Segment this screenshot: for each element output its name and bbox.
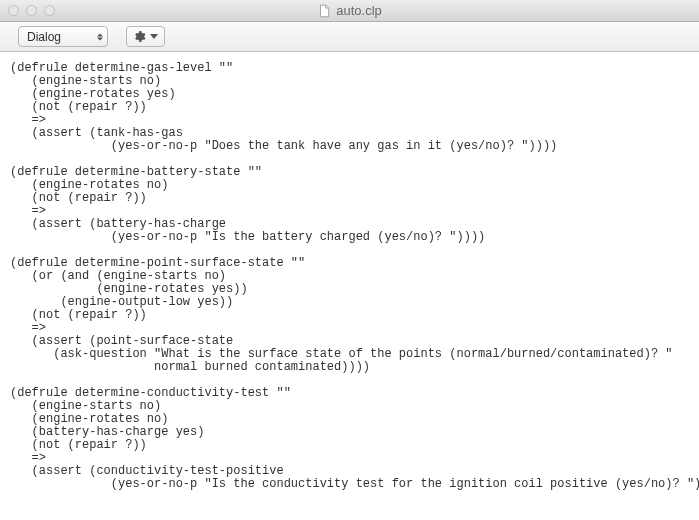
gear-icon: [133, 30, 146, 43]
language-select[interactable]: Dialog: [18, 26, 108, 47]
zoom-button[interactable]: [44, 5, 55, 16]
settings-menu-button[interactable]: [126, 26, 165, 47]
editor-area[interactable]: (defrule determine-gas-level "" (engine-…: [0, 52, 699, 520]
chevron-down-icon: [150, 34, 158, 39]
minimize-button[interactable]: [26, 5, 37, 16]
updown-arrows-icon: [97, 33, 103, 40]
window: auto.clp Dialog (defrule determine-gas-l…: [0, 0, 699, 520]
file-icon: [317, 4, 331, 18]
toolbar: Dialog: [0, 22, 699, 52]
language-select-value: Dialog: [27, 30, 61, 44]
close-button[interactable]: [8, 5, 19, 16]
code-content: (defrule determine-gas-level "" (engine-…: [10, 62, 689, 491]
traffic-lights: [0, 5, 55, 16]
titlebar: auto.clp: [0, 0, 699, 22]
window-title: auto.clp: [336, 3, 382, 18]
title-wrap: auto.clp: [0, 3, 699, 18]
